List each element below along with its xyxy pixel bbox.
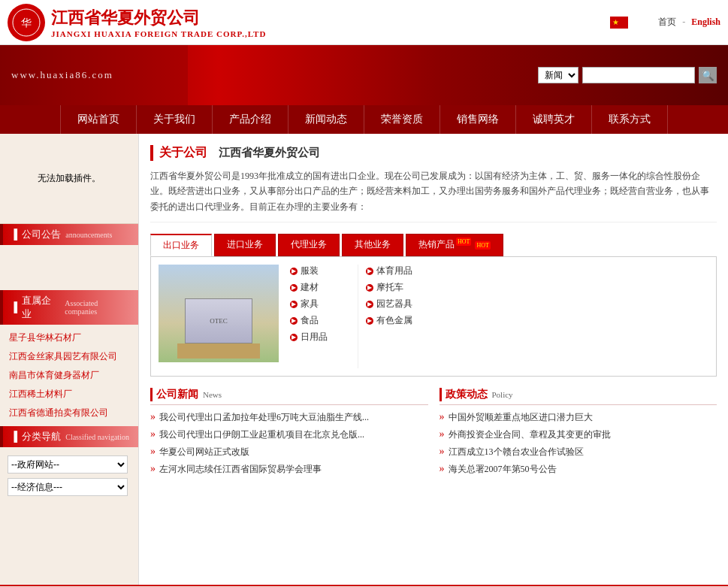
classified-content: --政府网站-- --经济信息--- (0, 447, 138, 504)
search-area: 新闻 🔍 (538, 67, 717, 83)
sidebar-plugin-area: 无法加载插件。 (0, 134, 138, 224)
nav-item-contact[interactable]: 联系方式 (592, 105, 668, 134)
pn-news-item-3[interactable]: » 海关总署2007年第50号公告 (440, 463, 717, 476)
nav-item-home[interactable]: 网站首页 (60, 105, 137, 134)
search-icon: 🔍 (702, 70, 714, 81)
tab-agency[interactable]: 代理业务 (278, 234, 340, 256)
associated-link-1[interactable]: 江西金丝家具园艺有限公司 (0, 347, 138, 366)
bar-icon: ▐ (11, 228, 17, 241)
search-button[interactable]: 🔍 (699, 67, 717, 83)
product-item-0[interactable]: ▶ 服装 (290, 265, 350, 277)
economy-select[interactable]: --经济信息--- (8, 478, 128, 496)
associated-link-0[interactable]: 星子县华林石材厂 (0, 328, 138, 347)
government-select[interactable]: --政府网站-- (8, 455, 128, 474)
nav-item-recruit[interactable]: 诚聘英才 (516, 105, 592, 134)
pn-news-item-0[interactable]: » 中国外贸顺差重点地区进口潜力巨大 (440, 411, 717, 424)
tab-export[interactable]: 出口业务 (150, 234, 212, 256)
associated-en: Associated companies (65, 299, 131, 316)
bullet-icon-1: » (150, 428, 156, 440)
uk-flag-icon (634, 17, 652, 29)
product-item-3[interactable]: ▶ 食品 (290, 314, 350, 327)
cn-news-item-0[interactable]: » 我公司代理出口孟加拉年处理6万吨大豆油脂生产线... (150, 411, 428, 424)
nav-item-sales[interactable]: 销售网络 (440, 105, 516, 134)
arrow-icon-6: ▶ (366, 284, 373, 292)
banner: www.huaxia86.com 新闻 🔍 (0, 45, 728, 105)
policy-bullet-2: » (440, 446, 445, 458)
nav-item-products[interactable]: 产品介绍 (213, 105, 288, 134)
nav-item-news[interactable]: 新闻动态 (288, 105, 364, 134)
tab-hot[interactable]: 热销产品HOT (406, 234, 503, 256)
product-item-8[interactable]: ▶ 有色金属 (366, 314, 426, 327)
product-item-1[interactable]: ▶ 建材 (290, 281, 350, 294)
classified-en: Classified navigation (65, 433, 129, 441)
tab-other[interactable]: 其他业务 (342, 234, 403, 256)
logo-chinese-name: 江西省华夏外贸公司 (51, 7, 266, 29)
main-content: 无法加载插件。 ▐ 公司公告 announcements ▐ 直属企业 Asso… (0, 134, 728, 585)
product-item-2[interactable]: ▶ 家具 (290, 298, 350, 310)
classified-label: 分类导航 (22, 430, 61, 443)
bar2-icon: ▐ (11, 301, 17, 313)
logo-english-name: JIANGXI HUAXIA FOREIGN TRADE CORP.,LTD (51, 29, 266, 38)
logo-area: 华 江西省华夏外贸公司 JIANGXI HUAXIA FOREIGN TRADE… (8, 4, 266, 41)
product-image: OTEC (159, 265, 279, 362)
pn-title-text: 政策动态 (440, 388, 488, 401)
arrow-icon-0: ▶ (290, 268, 298, 275)
about-header: 关于公司 江西省华夏外贸公司 (150, 145, 717, 161)
associated-links: 星子县华林石材厂 江西金丝家具园艺有限公司 南昌市体育健身器材厂 江西稀土材料厂… (0, 325, 138, 426)
logo-text-area: 江西省华夏外贸公司 JIANGXI HUAXIA FOREIGN TRADE C… (51, 7, 266, 38)
associated-link-3[interactable]: 江西稀土材料厂 (0, 385, 138, 404)
pn-news-item-2[interactable]: » 江西成立13个赣台农业合作试验区 (440, 446, 717, 458)
main-content-area: 关于公司 江西省华夏外贸公司 江西省华夏外贸公司是1993年批准成立的国有进出口… (139, 134, 728, 585)
banner-url: www.huaxia86.com (11, 69, 113, 81)
about-text: 江西省华夏外贸公司是1993年批准成立的国有进出口企业。现在公司已发展成为：以国… (150, 168, 717, 222)
product-tabs: 出口业务 进口业务 代理业务 其他业务 热销产品HOT OTEC (150, 234, 717, 377)
cn-news-item-3[interactable]: » 左河水同志续任江西省国际贸易学会理事 (150, 463, 428, 476)
search-input[interactable] (582, 67, 695, 83)
policy-news-section: 政策动态 Policy » 中国外贸顺差重点地区进口潜力巨大 » 外商投资企业合… (440, 388, 717, 480)
svg-text:华: 华 (21, 17, 32, 29)
pn-en-label: Policy (492, 390, 513, 399)
english-link[interactable]: English (691, 17, 720, 28)
product-item-5[interactable]: ▶ 体育用品 (366, 265, 426, 277)
cn-news-item-1[interactable]: » 我公司代理出口伊朗工业起重机项目在北京兑仓版... (150, 428, 428, 441)
announcements-label: 公司公告 (22, 228, 61, 241)
sidebar-associated-section: ▐ 直属企业 Associated companies 星子县华林石材厂 江西金… (0, 290, 138, 426)
arrow-icon-3: ▶ (290, 317, 298, 325)
product-item-7[interactable]: ▶ 园艺器具 (366, 298, 426, 310)
product-item-4[interactable]: ▶ 日用品 (290, 331, 350, 343)
announcements-en: announcements (65, 231, 112, 239)
product-col-1: ▶ 服装 ▶ 建材 ▶ 家具 ▶ 食品 (290, 265, 350, 368)
tab-bar: 出口业务 进口业务 代理业务 其他业务 热销产品HOT (150, 234, 717, 256)
sidebar-associated-title: ▐ 直属企业 Associated companies (0, 290, 138, 325)
building-image: OTEC (159, 265, 279, 362)
cn-title-text: 公司新闻 (150, 388, 198, 401)
associated-link-2[interactable]: 南昌市体育健身器材厂 (0, 366, 138, 385)
policy-bullet-0: » (440, 411, 445, 423)
product-item-6[interactable]: ▶ 摩托车 (366, 281, 426, 294)
home-link[interactable]: 首页 (658, 16, 676, 29)
company-news-section: 公司新闻 News » 我公司代理出口孟加拉年处理6万吨大豆油脂生产线... »… (150, 388, 428, 480)
cn-flag-icon (610, 17, 628, 29)
associated-label: 直属企业 (22, 294, 60, 321)
tab-import[interactable]: 进口业务 (214, 234, 276, 256)
header: 华 江西省华夏外贸公司 JIANGXI HUAXIA FOREIGN TRADE… (0, 0, 728, 45)
arrow-icon-2: ▶ (290, 301, 298, 308)
pn-news-item-1[interactable]: » 外商投资企业合同、章程及其变更的审批 (440, 428, 717, 441)
nav-item-honor[interactable]: 荣誉资质 (364, 105, 440, 134)
arrow-icon-7: ▶ (366, 301, 373, 308)
plugin-error-text: 无法加载插件。 (38, 172, 101, 185)
bullet-icon-0: » (150, 411, 156, 423)
bullet-icon-2: » (150, 446, 156, 458)
column-divider (358, 265, 358, 368)
about-subtitle: 江西省华夏外贸公司 (219, 146, 320, 160)
policy-news-title: 政策动态 Policy (440, 388, 717, 405)
bullet-icon-3: » (150, 463, 156, 475)
cn-news-item-2[interactable]: » 华夏公司网站正式改版 (150, 446, 428, 458)
sidebar: 无法加载插件。 ▐ 公司公告 announcements ▐ 直属企业 Asso… (0, 134, 139, 585)
associated-link-4[interactable]: 江西省德通拍卖有限公司 (0, 404, 138, 422)
lang-separator: - (682, 17, 685, 28)
search-category-select[interactable]: 新闻 (538, 67, 578, 83)
company-news-title: 公司新闻 News (150, 388, 428, 405)
product-list: ▶ 服装 ▶ 建材 ▶ 家具 ▶ 食品 (290, 265, 708, 368)
nav-item-about[interactable]: 关于我们 (137, 105, 213, 134)
